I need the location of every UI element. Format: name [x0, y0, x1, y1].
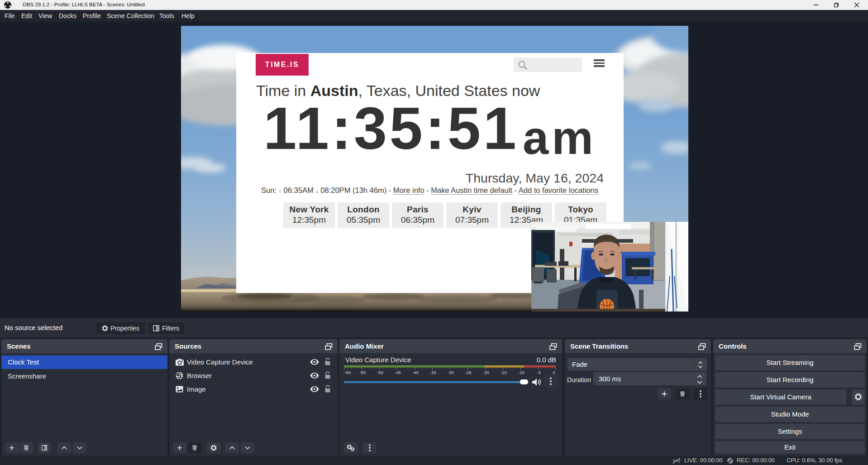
- svg-text:-50: -50: [377, 370, 383, 375]
- svg-text:-40: -40: [412, 370, 419, 375]
- svg-text:-60: -60: [344, 370, 351, 375]
- svg-text:-15: -15: [501, 370, 507, 375]
- svg-text:-55: -55: [359, 370, 366, 375]
- svg-text:-35: -35: [430, 370, 436, 375]
- svg-text:-20: -20: [483, 370, 489, 375]
- svg-text:-10: -10: [518, 370, 525, 375]
- svg-text:-30: -30: [448, 370, 454, 375]
- svg-text:-25: -25: [465, 370, 472, 375]
- svg-text:-5: -5: [537, 370, 541, 375]
- svg-text:-45: -45: [395, 370, 401, 375]
